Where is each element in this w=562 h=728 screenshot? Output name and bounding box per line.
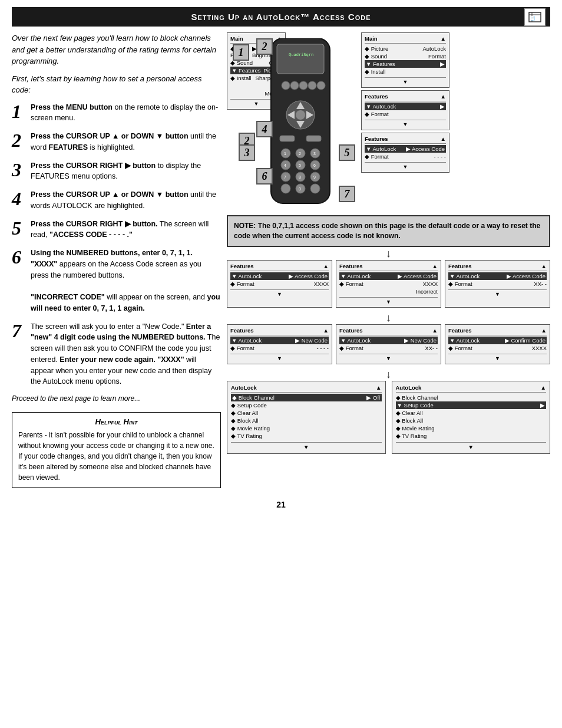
step-label-2: 2	[256, 38, 273, 55]
header-icon: 📄	[524, 8, 546, 26]
step-1-text: Press the MENU button on the remote to d…	[31, 102, 221, 124]
svg-point-9	[299, 81, 308, 90]
arrow-3: ↓	[227, 369, 550, 380]
right-column: Main▲ ◆ Picture▶ Brightness ◆ SoundColor…	[227, 32, 550, 488]
step-3: 3 Press the CURSOR RIGHT ▶ button to dis…	[12, 160, 221, 183]
remote-area: Main▲ ◆ Picture▶ Brightness ◆ SoundColor…	[227, 32, 356, 212]
page-header: Setting Up an AutoLock™ Access Code 📄	[12, 7, 550, 27]
svg-point-8	[290, 81, 299, 90]
step-label-7: 7	[339, 186, 355, 202]
svg-rect-5	[277, 44, 324, 74]
step-2: 2 Press the CURSOR UP ▲ or DOWN ▼ button…	[12, 131, 221, 153]
step-2-number: 2	[12, 131, 26, 150]
step-label-5: 5	[339, 144, 355, 161]
autolock-menu1: AutoLock▲ ◆ Block Channel▶ Off ◆ Setup C…	[227, 381, 386, 454]
svg-point-7	[282, 81, 290, 90]
step-5-text: Press the CURSOR RIGHT ▶ button. The scr…	[31, 219, 221, 241]
step-6: 6 Using the NUMBERED buttons, enter 0, 7…	[12, 248, 221, 314]
step-1: 1 Press the MENU button on the remote to…	[12, 102, 221, 124]
arrow-2: ↓	[227, 312, 550, 323]
arrow-1: ↓	[227, 248, 550, 259]
step-4-number: 4	[12, 189, 26, 208]
svg-text:1: 1	[284, 151, 286, 156]
svg-text:📄: 📄	[530, 15, 535, 21]
remote-body: QuadriSqrn	[262, 38, 339, 209]
step-3-text: Press the CURSOR RIGHT ▶ button to displ…	[31, 160, 221, 183]
step-5: 5 Press the CURSOR RIGHT ▶ button. The s…	[12, 219, 221, 241]
step-label-6a: 6	[256, 168, 273, 185]
svg-text:QuadriSqrn: QuadriSqrn	[289, 52, 313, 57]
screens-row1: Features▲ ▼ AutoLock▶ Access Code ◆ Form…	[227, 260, 550, 308]
step-2-text: Press the CURSOR UP ▲ or DOWN ▼ button u…	[31, 131, 221, 153]
screen-access-code: Features▲ ▼ AutoLock▶ Access Code ◆ Form…	[361, 133, 449, 173]
intro-paragraph1: Over the next few pages you'll learn how…	[12, 32, 221, 67]
svg-point-11	[317, 81, 325, 90]
screen-incorrect: Features▲ ▼ AutoLock▶ Access Code ◆ Form…	[336, 260, 441, 308]
helpful-hint-box: Helpful Hint Parents - it isn't possible…	[12, 412, 221, 488]
steps-container: 1 Press the MENU button on the remote to…	[12, 102, 221, 388]
screen-xxxx-entry: Features▲ ▼ AutoLock▶ Access Code ◆ Form…	[227, 260, 332, 308]
svg-text:9: 9	[313, 175, 316, 179]
svg-rect-18	[280, 136, 295, 141]
step-4: 4 Press the CURSOR UP ▲ or DOWN ▼ button…	[12, 189, 221, 212]
screen-xx-partial: Features▲ ▼ AutoLock▶ Access Code ◆ Form…	[445, 260, 550, 308]
screen-new-code-blank: Features▲ ▼ AutoLock▶ New Code ◆ Format-…	[227, 324, 332, 364]
svg-point-38	[281, 184, 290, 193]
svg-text:8: 8	[299, 175, 301, 179]
step-3-number: 3	[12, 160, 26, 179]
step-label-4b: 4	[256, 121, 273, 137]
hint-text: Parents - it isn't possible for your chi…	[18, 430, 214, 483]
step-1-number: 1	[12, 102, 26, 121]
step-6-number: 6	[12, 248, 26, 266]
svg-rect-19	[306, 136, 321, 141]
svg-point-17	[296, 110, 305, 120]
screen-main-autolock: Main▲ ◆ PictureAutoLock ◆ SoundFormat ▼ …	[361, 32, 449, 88]
svg-text:3: 3	[313, 151, 316, 156]
page-number: 21	[0, 494, 562, 515]
screen-new-code-partial: Features▲ ▼ AutoLock▶ New Code ◆ FormatX…	[336, 324, 441, 364]
step-label-3: 3	[239, 144, 255, 161]
step-4-text: Press the CURSOR UP ▲ or DOWN ▼ button u…	[31, 189, 221, 212]
note-box: NOTE: The 0,7,1,1 access code shown on t…	[227, 215, 550, 247]
svg-text:2: 2	[299, 151, 301, 156]
svg-point-41	[310, 184, 320, 193]
step-5-number: 5	[12, 219, 26, 238]
step-6-text: Using the NUMBERED buttons, enter 0, 7, …	[31, 248, 221, 314]
svg-text:5: 5	[299, 163, 301, 167]
step-label-1: 1	[233, 44, 249, 61]
left-column: Over the next few pages you'll learn how…	[12, 32, 221, 488]
screen-features-autolock: Features▲ ▼ AutoLock▶ ◆ Format ▼	[361, 90, 449, 130]
screens-row2: Features▲ ▼ AutoLock▶ New Code ◆ Format-…	[227, 324, 550, 364]
step-7: 7 The screen will ask you to enter a "Ne…	[12, 321, 221, 388]
autolock-menu2: AutoLock▲ ◆ Block Channel ▼ Setup Code▶ …	[392, 381, 551, 454]
remote-svg: 1 2 2 4 QuadriSqrn	[262, 38, 356, 212]
svg-text:4: 4	[284, 163, 286, 167]
step-7-number: 7	[12, 321, 26, 340]
bottom-screens: AutoLock▲ ◆ Block Channel▶ Off ◆ Setup C…	[227, 381, 550, 454]
hint-title: Helpful Hint	[18, 417, 214, 426]
page-title: Setting Up an AutoLock™ Access Code	[12, 12, 550, 22]
svg-text:7: 7	[284, 175, 286, 179]
svg-point-10	[308, 81, 316, 90]
svg-text:6: 6	[313, 163, 316, 167]
screen-confirm-code: Features▲ ▼ AutoLock▶ Confirm Code ◆ For…	[445, 324, 550, 364]
svg-text:0: 0	[299, 187, 301, 191]
step-7-text: The screen will ask you to enter a "New …	[31, 321, 221, 388]
intro-paragraph2: First, let's start by learning how to se…	[12, 73, 221, 96]
proceed-text: Proceed to the next page to learn more..…	[12, 394, 221, 403]
right-menu-screens: Main▲ ◆ PictureAutoLock ◆ SoundFormat ▼ …	[361, 32, 449, 212]
